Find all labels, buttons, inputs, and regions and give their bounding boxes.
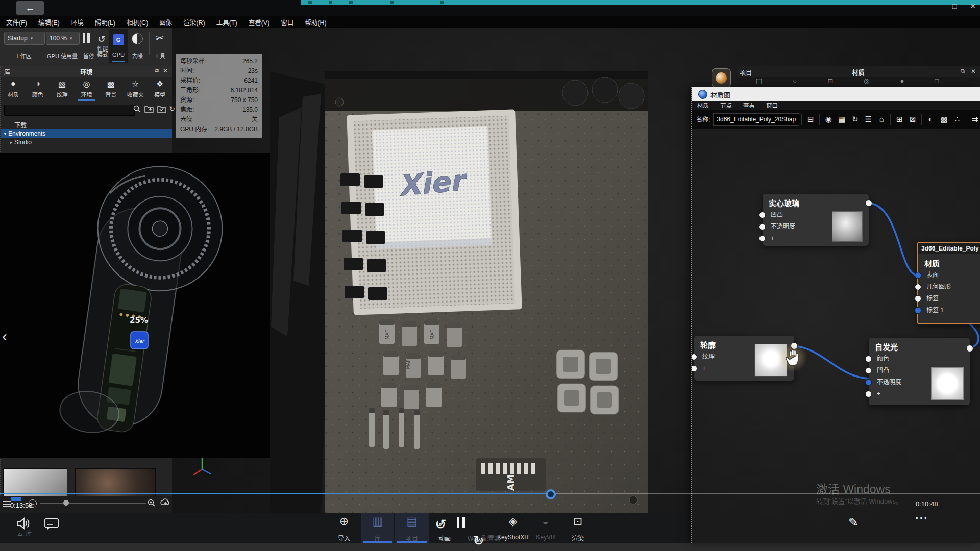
thumbnail-size-slider[interactable]: [40, 503, 146, 504]
graph-menu-window[interactable]: 窗口: [766, 101, 778, 109]
slider-handle[interactable]: [63, 500, 69, 506]
graph-menu-material[interactable]: 材质: [697, 101, 709, 109]
tab-backplates[interactable]: ▩背景: [99, 77, 123, 101]
close-icon[interactable]: ✕: [163, 67, 168, 74]
node-input-geometry[interactable]: 几何图形: [918, 281, 980, 293]
material-graph-titlebar[interactable]: 材质图: [692, 87, 980, 101]
input-port[interactable]: [692, 365, 697, 372]
input-port[interactable]: [915, 295, 921, 302]
menu-view[interactable]: 查看(V): [247, 17, 272, 27]
menu-window[interactable]: 窗口: [279, 17, 296, 27]
input-port[interactable]: [692, 354, 697, 360]
graph-menu-node[interactable]: 节点: [720, 101, 732, 109]
volume-icon[interactable]: [15, 517, 32, 530]
menu-file[interactable]: 文件(F): [4, 17, 29, 27]
more-options-icon[interactable]: ⋯: [915, 510, 928, 526]
tab-textures[interactable]: ▧纹理: [50, 77, 75, 101]
add-utility-node-icon[interactable]: ∴: [950, 115, 964, 124]
library-search-input[interactable]: [4, 105, 135, 116]
input-port-connected[interactable]: [865, 379, 872, 386]
gpu-usage-dropdown[interactable]: 100 % ▾: [46, 32, 80, 45]
add-folder-icon[interactable]: [144, 105, 154, 115]
settings-sliders-icon[interactable]: ☰: [862, 115, 875, 124]
node-solid-glass[interactable]: 实心玻璃 凹凸 不透明度 +: [763, 194, 869, 246]
zoom-in-icon[interactable]: [147, 498, 156, 507]
node-input-color[interactable]: 颜色: [869, 353, 970, 365]
tab-colors[interactable]: ◑颜色: [26, 77, 50, 101]
search-tab-icon[interactable]: ○: [793, 77, 797, 87]
node-input-label[interactable]: 标签: [918, 293, 980, 305]
tree-item-studio[interactable]: ▸ Studio: [1, 138, 172, 146]
input-port-connected[interactable]: [915, 272, 921, 279]
tab-models[interactable]: ❖模型: [148, 77, 172, 101]
history-icon[interactable]: ↻: [848, 115, 862, 124]
menu-image[interactable]: 图像: [157, 17, 174, 27]
duplicate-icon[interactable]: ⊞: [893, 115, 906, 124]
layout-graph-icon[interactable]: ⇉: [968, 115, 980, 124]
ribbon-import-button[interactable]: ⊕ 导入: [328, 513, 360, 543]
output-port[interactable]: [966, 345, 973, 352]
menu-lighting[interactable]: 照明(L): [93, 17, 117, 27]
tree-item-downloads[interactable]: 下载: [1, 120, 172, 129]
refresh-icon[interactable]: ↻: [168, 104, 176, 113]
maximize-button[interactable]: □: [952, 2, 957, 10]
node-emissive[interactable]: 自发光 颜色 凹凸 不透明度 +: [869, 338, 970, 405]
material-tab-icon[interactable]: ●: [900, 77, 904, 87]
input-port[interactable]: [759, 223, 766, 230]
cloud-upload-icon[interactable]: [160, 498, 170, 507]
material-name-input[interactable]: [713, 113, 799, 126]
material-graph-canvas[interactable]: 实心玻璃 凹凸 不透明度 + 3d66_Editable_Poly 材质 表面 …: [692, 129, 980, 543]
menu-help[interactable]: 帮助(H): [303, 17, 328, 27]
video-back-button[interactable]: ←: [16, 1, 44, 15]
tools-button[interactable]: ✂: [153, 31, 166, 44]
environment-tab-icon[interactable]: ◎: [864, 77, 869, 87]
performance-mode-button[interactable]: ↺: [95, 32, 108, 45]
tree-item-environments[interactable]: ▾ Environments: [1, 129, 172, 138]
tab-environments[interactable]: ◎环境: [75, 77, 99, 101]
input-port[interactable]: [759, 235, 766, 242]
save-icon[interactable]: ⊟: [804, 115, 817, 124]
tab-materials[interactable]: ●材质: [1, 77, 26, 101]
float-panel-icon[interactable]: ⧉: [961, 68, 965, 74]
edit-pencil-icon[interactable]: ✎: [848, 515, 859, 530]
ribbon-library-button[interactable]: ▥ 库: [361, 513, 394, 543]
add-texture-node-icon[interactable]: ▩: [937, 115, 950, 124]
cloud-library-label[interactable]: 云库: [15, 530, 33, 543]
delete-icon[interactable]: ⊠: [906, 115, 919, 124]
menu-tools[interactable]: 工具(T): [214, 17, 239, 27]
tab-favorites[interactable]: ☆收藏夹: [123, 77, 148, 101]
input-port-connected[interactable]: [915, 307, 921, 314]
float-panel-icon[interactable]: ⧉: [155, 67, 159, 74]
input-port[interactable]: [915, 284, 921, 290]
labeled-material-icon[interactable]: ⌂: [875, 115, 888, 123]
forward-30-button[interactable]: ↻30: [473, 533, 980, 549]
open-folder-icon[interactable]: [157, 105, 166, 115]
video-progress-remaining[interactable]: [550, 493, 980, 494]
minimize-button[interactable]: –: [935, 2, 939, 10]
input-port[interactable]: [865, 391, 872, 397]
add-material-node-icon[interactable]: ◐: [924, 115, 937, 123]
floating-keyshot-icon[interactable]: [712, 68, 731, 88]
graph-menu-view[interactable]: 查看: [743, 101, 755, 109]
input-port[interactable]: [865, 367, 872, 374]
pause-button[interactable]: [82, 33, 91, 45]
input-port[interactable]: [865, 356, 872, 362]
scene-tab-icon[interactable]: ▤: [756, 77, 762, 87]
menu-environment[interactable]: 环境: [69, 17, 86, 27]
ribbon-project-button[interactable]: ▤ 项目: [395, 513, 429, 543]
video-progress-played[interactable]: [0, 493, 550, 494]
chat-bubble-icon[interactable]: [44, 518, 59, 530]
menu-edit[interactable]: 编辑(E): [36, 17, 62, 27]
close-button[interactable]: ✕: [970, 2, 976, 10]
previous-chevron-icon[interactable]: ‹: [2, 328, 7, 345]
search-icon[interactable]: [133, 105, 141, 115]
node-input-surface[interactable]: 表面: [918, 269, 980, 281]
camera-tab-icon[interactable]: ⊡: [827, 77, 833, 87]
node-root-material[interactable]: 3d66_Editable_Poly 材质 表面 几何图形 标签 标签 1: [917, 242, 980, 324]
material-ball-icon[interactable]: ◉: [822, 115, 835, 124]
geometry-tab-icon[interactable]: □: [935, 77, 939, 87]
input-port[interactable]: [759, 212, 766, 218]
output-port[interactable]: [865, 199, 872, 207]
rewind-10-button[interactable]: ↺10: [435, 516, 980, 533]
menu-camera[interactable]: 相机(C): [125, 17, 150, 27]
